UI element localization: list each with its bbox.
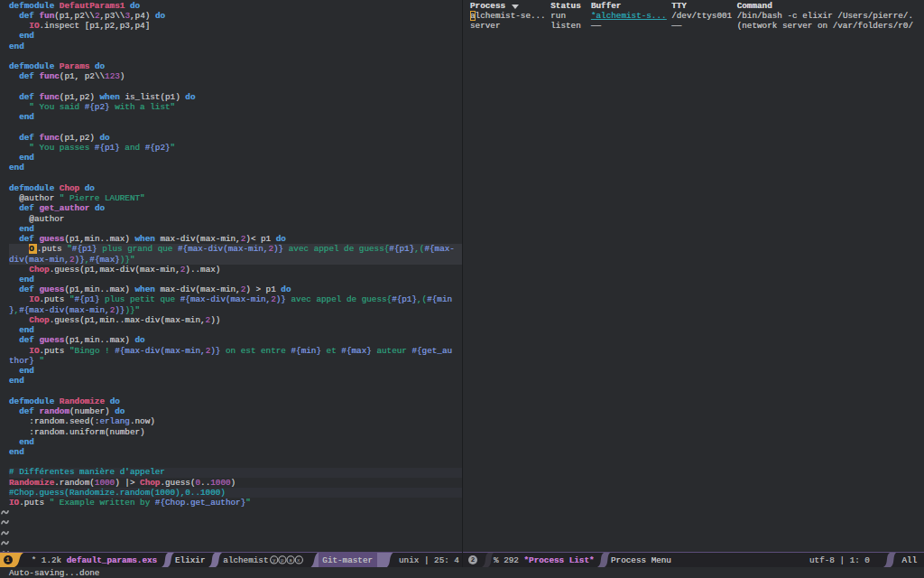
svg-text:x: x: [296, 557, 300, 564]
svg-text:p: p: [281, 557, 284, 564]
svg-text:a: a: [289, 557, 292, 564]
svg-text:y: y: [272, 557, 275, 564]
